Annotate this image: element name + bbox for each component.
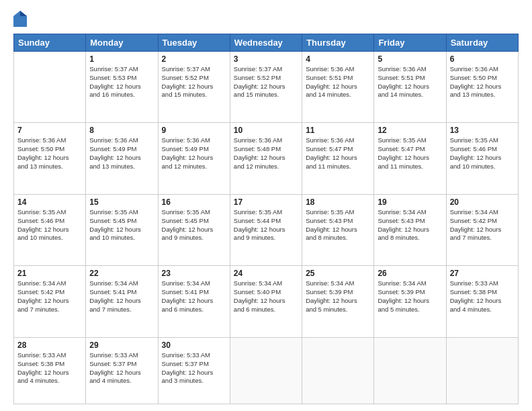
day-number: 2	[162, 54, 226, 64]
calendar-cell: 8Sunrise: 5:36 AM Sunset: 5:49 PM Daylig…	[86, 123, 158, 194]
day-info: Sunrise: 5:34 AM Sunset: 5:42 PM Dayligh…	[450, 208, 515, 242]
day-number: 16	[162, 197, 226, 207]
week-row-4: 21Sunrise: 5:34 AM Sunset: 5:42 PM Dayli…	[14, 266, 519, 337]
day-info: Sunrise: 5:34 AM Sunset: 5:43 PM Dayligh…	[378, 208, 442, 242]
calendar-cell	[14, 52, 86, 123]
day-info: Sunrise: 5:35 AM Sunset: 5:47 PM Dayligh…	[378, 136, 442, 171]
calendar-cell: 24Sunrise: 5:34 AM Sunset: 5:40 PM Dayli…	[230, 266, 302, 337]
day-number: 17	[234, 197, 298, 207]
calendar-cell: 15Sunrise: 5:35 AM Sunset: 5:45 PM Dayli…	[86, 194, 158, 265]
calendar-cell: 4Sunrise: 5:36 AM Sunset: 5:51 PM Daylig…	[302, 52, 374, 123]
day-info: Sunrise: 5:35 AM Sunset: 5:43 PM Dayligh…	[306, 208, 370, 242]
day-number: 23	[162, 269, 226, 278]
calendar-cell: 14Sunrise: 5:35 AM Sunset: 5:46 PM Dayli…	[14, 194, 86, 265]
week-row-3: 14Sunrise: 5:35 AM Sunset: 5:46 PM Dayli…	[14, 194, 519, 265]
day-number: 8	[89, 126, 154, 135]
day-number: 30	[162, 340, 226, 350]
calendar-table: SundayMondayTuesdayWednesdayThursdayFrid…	[13, 34, 519, 404]
day-number: 26	[378, 269, 442, 278]
page: SundayMondayTuesdayWednesdayThursdayFrid…	[0, 0, 532, 411]
day-info: Sunrise: 5:37 AM Sunset: 5:52 PM Dayligh…	[234, 65, 298, 99]
calendar-cell: 3Sunrise: 5:37 AM Sunset: 5:52 PM Daylig…	[230, 52, 302, 123]
calendar-cell: 6Sunrise: 5:36 AM Sunset: 5:50 PM Daylig…	[446, 52, 518, 123]
calendar-cell	[230, 337, 302, 404]
calendar-cell: 29Sunrise: 5:33 AM Sunset: 5:37 PM Dayli…	[86, 337, 158, 404]
day-info: Sunrise: 5:36 AM Sunset: 5:47 PM Dayligh…	[306, 136, 370, 171]
calendar-cell: 13Sunrise: 5:35 AM Sunset: 5:46 PM Dayli…	[446, 123, 518, 194]
col-header-thursday: Thursday	[302, 34, 374, 52]
calendar-cell: 11Sunrise: 5:36 AM Sunset: 5:47 PM Dayli…	[302, 123, 374, 194]
day-number: 19	[378, 197, 442, 207]
calendar-cell: 12Sunrise: 5:35 AM Sunset: 5:47 PM Dayli…	[374, 123, 446, 194]
calendar-cell: 7Sunrise: 5:36 AM Sunset: 5:50 PM Daylig…	[14, 123, 86, 194]
day-number: 5	[378, 54, 442, 64]
day-info: Sunrise: 5:36 AM Sunset: 5:49 PM Dayligh…	[89, 136, 154, 171]
day-number: 20	[450, 197, 515, 207]
logo	[13, 11, 30, 27]
svg-marker-1	[20, 11, 27, 16]
calendar-cell	[446, 337, 518, 404]
calendar-cell: 22Sunrise: 5:34 AM Sunset: 5:41 PM Dayli…	[86, 266, 158, 337]
day-number: 27	[450, 269, 515, 278]
day-info: Sunrise: 5:37 AM Sunset: 5:52 PM Dayligh…	[162, 65, 226, 99]
day-number: 25	[306, 269, 370, 278]
calendar-cell: 21Sunrise: 5:34 AM Sunset: 5:42 PM Dayli…	[14, 266, 86, 337]
calendar-cell: 17Sunrise: 5:35 AM Sunset: 5:44 PM Dayli…	[230, 194, 302, 265]
day-info: Sunrise: 5:34 AM Sunset: 5:42 PM Dayligh…	[17, 279, 82, 314]
day-info: Sunrise: 5:35 AM Sunset: 5:45 PM Dayligh…	[89, 208, 154, 242]
day-info: Sunrise: 5:34 AM Sunset: 5:39 PM Dayligh…	[306, 279, 370, 314]
header	[13, 11, 519, 27]
day-number: 6	[450, 54, 515, 64]
col-header-saturday: Saturday	[446, 34, 518, 52]
calendar-cell: 18Sunrise: 5:35 AM Sunset: 5:43 PM Dayli…	[302, 194, 374, 265]
day-number: 14	[17, 197, 82, 207]
week-row-2: 7Sunrise: 5:36 AM Sunset: 5:50 PM Daylig…	[14, 123, 519, 194]
day-number: 12	[378, 126, 442, 135]
day-number: 10	[234, 126, 298, 135]
day-info: Sunrise: 5:36 AM Sunset: 5:49 PM Dayligh…	[162, 136, 226, 171]
day-number: 22	[89, 269, 154, 278]
day-number: 1	[89, 54, 154, 64]
day-number: 9	[162, 126, 226, 135]
calendar-cell: 10Sunrise: 5:36 AM Sunset: 5:48 PM Dayli…	[230, 123, 302, 194]
day-number: 7	[17, 126, 82, 135]
day-info: Sunrise: 5:35 AM Sunset: 5:46 PM Dayligh…	[450, 136, 515, 171]
day-info: Sunrise: 5:33 AM Sunset: 5:38 PM Dayligh…	[450, 279, 515, 314]
day-info: Sunrise: 5:33 AM Sunset: 5:38 PM Dayligh…	[17, 351, 82, 385]
calendar-cell	[374, 337, 446, 404]
col-header-tuesday: Tuesday	[158, 34, 230, 52]
day-number: 13	[450, 126, 515, 135]
day-number: 29	[89, 340, 154, 350]
day-info: Sunrise: 5:36 AM Sunset: 5:51 PM Dayligh…	[306, 65, 370, 99]
calendar-cell: 19Sunrise: 5:34 AM Sunset: 5:43 PM Dayli…	[374, 194, 446, 265]
calendar-cell: 1Sunrise: 5:37 AM Sunset: 5:53 PM Daylig…	[86, 52, 158, 123]
col-header-sunday: Sunday	[14, 34, 86, 52]
day-info: Sunrise: 5:34 AM Sunset: 5:41 PM Dayligh…	[162, 279, 226, 314]
day-info: Sunrise: 5:33 AM Sunset: 5:37 PM Dayligh…	[162, 351, 226, 385]
col-header-wednesday: Wednesday	[230, 34, 302, 52]
week-row-1: 1Sunrise: 5:37 AM Sunset: 5:53 PM Daylig…	[14, 52, 519, 123]
calendar-cell: 25Sunrise: 5:34 AM Sunset: 5:39 PM Dayli…	[302, 266, 374, 337]
logo-icon	[13, 11, 27, 27]
day-number: 11	[306, 126, 370, 135]
day-number: 21	[17, 269, 82, 278]
day-number: 18	[306, 197, 370, 207]
week-row-5: 28Sunrise: 5:33 AM Sunset: 5:38 PM Dayli…	[14, 337, 519, 404]
day-info: Sunrise: 5:36 AM Sunset: 5:51 PM Dayligh…	[378, 65, 442, 99]
calendar-cell	[302, 337, 374, 404]
day-number: 28	[17, 340, 82, 350]
calendar-cell: 5Sunrise: 5:36 AM Sunset: 5:51 PM Daylig…	[374, 52, 446, 123]
calendar-cell: 27Sunrise: 5:33 AM Sunset: 5:38 PM Dayli…	[446, 266, 518, 337]
calendar-cell: 28Sunrise: 5:33 AM Sunset: 5:38 PM Dayli…	[14, 337, 86, 404]
calendar-cell: 26Sunrise: 5:34 AM Sunset: 5:39 PM Dayli…	[374, 266, 446, 337]
day-info: Sunrise: 5:36 AM Sunset: 5:50 PM Dayligh…	[17, 136, 82, 171]
col-header-friday: Friday	[374, 34, 446, 52]
calendar-cell: 23Sunrise: 5:34 AM Sunset: 5:41 PM Dayli…	[158, 266, 230, 337]
col-header-monday: Monday	[86, 34, 158, 52]
calendar-cell: 20Sunrise: 5:34 AM Sunset: 5:42 PM Dayli…	[446, 194, 518, 265]
day-number: 3	[234, 54, 298, 64]
day-info: Sunrise: 5:34 AM Sunset: 5:41 PM Dayligh…	[89, 279, 154, 314]
calendar-cell: 16Sunrise: 5:35 AM Sunset: 5:45 PM Dayli…	[158, 194, 230, 265]
day-info: Sunrise: 5:35 AM Sunset: 5:44 PM Dayligh…	[234, 208, 298, 242]
day-number: 24	[234, 269, 298, 278]
